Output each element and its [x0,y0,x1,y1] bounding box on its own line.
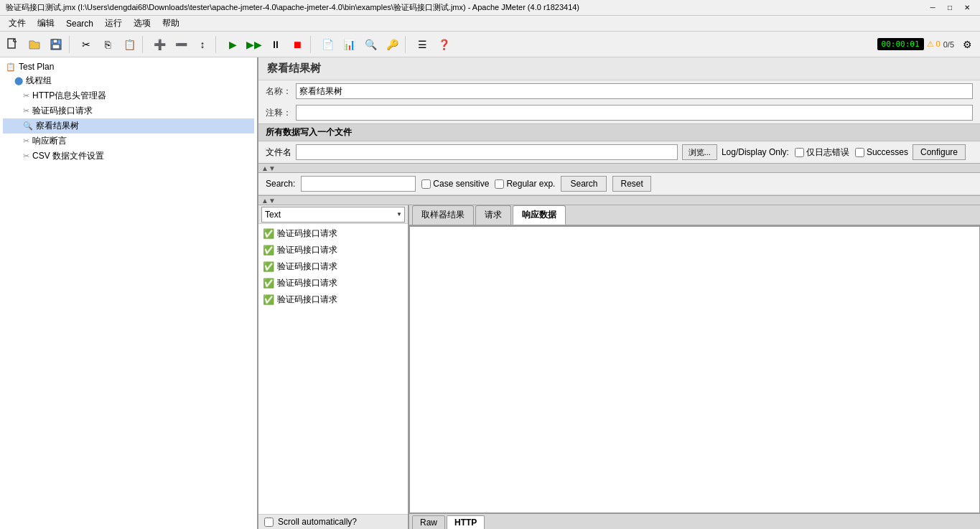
tree-node-http-header[interactable]: ✂ HTTP信息头管理器 [3,88,254,103]
name-label: 名称： [266,85,291,98]
successes-checkbox[interactable] [855,148,864,157]
menu-search[interactable]: Search [60,17,99,30]
regex-checkbox[interactable] [495,179,504,189]
thread-group-button[interactable]: ☰ [412,34,432,55]
log-button[interactable]: ⚙ [957,34,977,55]
bottom-tab-raw[interactable]: Raw [412,515,445,529]
case-sensitive-checkbox[interactable] [421,179,431,189]
minimize-button[interactable]: ─ [925,2,940,14]
aggregate-button[interactable]: 📊 [339,34,359,55]
tree-node-test-plan[interactable]: 📋 Test Plan [3,60,254,73]
result-icon-2: ✅ [263,245,274,256]
text-dropdown[interactable]: Text [261,207,405,223]
toggle-button[interactable]: ↕ [192,34,213,55]
tree-node-verify-request[interactable]: ✂ 验证码接口请求 [3,103,254,118]
tab-sampler-result[interactable]: 取样器结果 [412,205,474,225]
tree-node-response-assertion[interactable]: ✂ 响应断言 [3,134,254,149]
http-header-label: HTTP信息头管理器 [32,90,106,102]
reset-button[interactable]: Reset [612,176,650,192]
expand-button[interactable]: ➕ [149,34,169,55]
divider-bar-2[interactable]: ▲ ▼ [258,195,980,205]
search-label: Search: [266,179,295,189]
filename-input[interactable] [296,144,678,160]
toolbar-sep-3 [215,36,220,53]
name-input[interactable] [296,83,973,99]
view-header: 察看结果树 [258,57,980,80]
error-only-checkbox[interactable] [795,148,804,157]
new-button[interactable] [3,34,23,55]
detail-tabs: 取样器结果 请求 响应数据 [409,205,980,226]
response-assertion-label: 响应断言 [32,135,67,147]
about-button[interactable]: ❓ [434,34,454,55]
file-row: 文件名 浏览... Log/Display Only: 仅日志错误 Succes… [258,141,980,163]
menu-help[interactable]: 帮助 [157,16,185,31]
view-results-label: 察看结果树 [36,120,79,132]
restore-button[interactable]: □ [943,2,957,14]
stop-button[interactable]: ⏹ [287,34,307,55]
http-header-icon: ✂ [23,91,29,100]
search-button[interactable]: Search [561,176,607,192]
test-plan-label: Test Plan [19,62,54,72]
response-assertion-icon: ✂ [23,136,29,146]
toolbar-right: 00:00:01 ⚠ 0 0/5 ⚙ [877,34,977,55]
collapse-button[interactable]: ➖ [171,34,191,55]
divider-arrow-down: ▼ [269,164,276,172]
csv-data-icon: ✂ [23,151,29,161]
timer-display: 00:00:01 [877,38,924,50]
result-item-2[interactable]: ✅ 验证码接口请求 [260,242,406,258]
pause-button[interactable]: ⏸ [266,34,286,55]
menu-run[interactable]: 运行 [99,16,128,31]
search-toolbar-button[interactable]: 🔍 [360,34,381,55]
menu-edit[interactable]: 编辑 [32,16,60,31]
case-sensitive-label[interactable]: Case sensitive [421,179,489,189]
function-helper-button[interactable]: 🔑 [382,34,402,55]
search-input[interactable] [301,176,416,192]
main-area: 📋 Test Plan ⬤ 线程组 ✂ HTTP信息头管理器 ✂ 验证码接口请求… [0,57,980,529]
result-item-1[interactable]: ✅ 验证码接口请求 [260,225,406,242]
section-header: 所有数据写入一个文件 [258,123,980,141]
result-item-5[interactable]: ✅ 验证码接口请求 [260,291,406,308]
tab-request[interactable]: 请求 [475,205,511,225]
results-list-header: Text [258,205,408,224]
warning-indicator: ⚠ 0 [927,39,941,49]
svg-rect-3 [52,45,60,49]
menu-file[interactable]: 文件 [3,16,32,31]
tab-response-data[interactable]: 响应数据 [513,205,566,225]
result-label-1: 验证码接口请求 [277,228,337,240]
result-item-3[interactable]: ✅ 验证码接口请求 [260,258,406,275]
text-dropdown-wrap: Text [261,207,405,223]
result-label-5: 验证码接口请求 [277,294,337,306]
scroll-auto-checkbox[interactable] [264,518,274,527]
cut-button[interactable]: ✂ [76,34,96,55]
result-item-4[interactable]: ✅ 验证码接口请求 [260,275,406,291]
divider-bar-1[interactable]: ▲ ▼ [258,163,980,173]
comment-input[interactable] [296,105,973,121]
error-only-label[interactable]: 仅日志错误 [795,146,849,159]
successes-label[interactable]: Successes [855,147,908,157]
divider-arrow-up: ▲ [261,164,269,172]
open-button[interactable] [24,34,45,55]
copy-button[interactable]: ⎘ [98,34,118,55]
save-button[interactable] [46,34,66,55]
results-list-body: ✅ 验证码接口请求 ✅ 验证码接口请求 ✅ 验证码接口请求 ✅ 验证码接口请求 [258,224,408,514]
close-button[interactable]: ✕ [960,2,974,14]
regex-label[interactable]: Regular exp. [495,179,555,189]
browse-button[interactable]: 浏览... [682,144,717,160]
menu-options[interactable]: 选项 [128,16,157,31]
paste-button[interactable]: 📋 [119,34,139,55]
scroll-auto-label: Scroll automatically? [278,517,357,527]
tree-node-thread-group[interactable]: ⬤ 线程组 [3,73,254,88]
bottom-tab-http[interactable]: HTTP [447,515,485,529]
thread-group-icon: ⬤ [14,76,23,85]
run-button[interactable]: ▶ [223,34,243,55]
toolbar: ✂ ⎘ 📋 ➕ ➖ ↕ ▶ ▶▶ ⏸ ⏹ 📄 📊 🔍 🔑 ☰ ❓ 00:00:0… [0,32,980,57]
tree-node-view-results[interactable]: 🔍 察看结果树 [3,118,254,134]
results-list-panel: Text ✅ 验证码接口请求 ✅ 验证码接口请求 ✅ 验证码接 [258,205,409,529]
template-button[interactable]: 📄 [317,34,337,55]
run-thread-button[interactable]: ▶▶ [244,34,264,55]
detail-panel: 取样器结果 请求 响应数据 Raw HTTP [409,205,980,529]
svg-rect-2 [53,39,57,43]
configure-button[interactable]: Configure [913,144,966,160]
menu-bar: 文件 编辑 Search 运行 选项 帮助 [0,16,980,32]
tree-node-csv-data[interactable]: ✂ CSV 数据文件设置 [3,149,254,164]
